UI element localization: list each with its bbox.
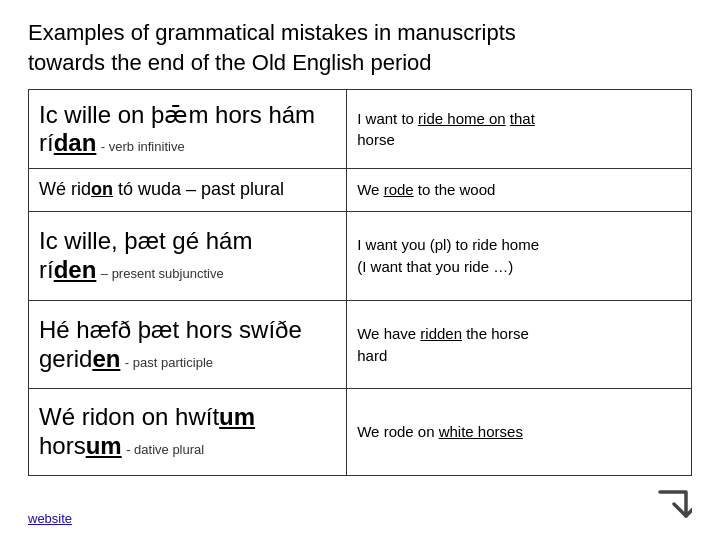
- table-row: Wé ridon tó wuda – past plural We rode t…: [29, 169, 692, 212]
- table-row: Hé hæfð þæt hors swíðe geriden - past pa…: [29, 301, 692, 388]
- cell-left-2: Wé ridon tó wuda – past plural: [29, 169, 347, 212]
- cell-left-5: Wé ridon on hwítum horsum - dative plura…: [29, 388, 347, 475]
- cell-right-2: We rode to the wood: [347, 169, 692, 212]
- page-title: Examples of grammatical mistakes in manu…: [28, 18, 692, 77]
- next-nav-icon[interactable]: [654, 488, 692, 526]
- cell-left-1: Ic wille on þǣm hors hám rídan - verb in…: [29, 90, 347, 169]
- page-wrapper: Examples of grammatical mistakes in manu…: [0, 0, 720, 540]
- table-row: Ic wille, þæt gé hám ríden – present sub…: [29, 211, 692, 301]
- nav-chevron-icon: [654, 488, 692, 520]
- examples-table: Ic wille on þǣm hors hám rídan - verb in…: [28, 89, 692, 476]
- bottom-row: website: [28, 488, 692, 526]
- cell-right-3: I want you (pl) to ride home(I want that…: [347, 211, 692, 301]
- table-row: Ic wille on þǣm hors hám rídan - verb in…: [29, 90, 692, 169]
- cell-left-3: Ic wille, þæt gé hám ríden – present sub…: [29, 211, 347, 301]
- cell-right-4: We have ridden the horsehard: [347, 301, 692, 388]
- cell-right-1: I want to ride home on thathorse: [347, 90, 692, 169]
- cell-left-4: Hé hæfð þæt hors swíðe geriden - past pa…: [29, 301, 347, 388]
- cell-right-5: We rode on white horses: [347, 388, 692, 475]
- table-row: Wé ridon on hwítum horsum - dative plura…: [29, 388, 692, 475]
- website-link[interactable]: website: [28, 511, 72, 526]
